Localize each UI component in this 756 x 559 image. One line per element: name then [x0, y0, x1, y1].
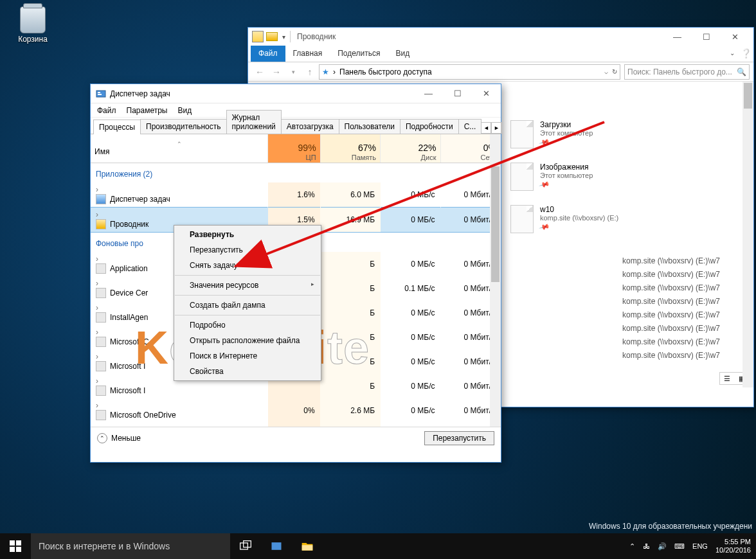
recent-item[interactable]: komp.site (\\vboxsrv) (E:)\w7 [622, 351, 720, 360]
tab-scroll-left[interactable]: ◄ [481, 122, 491, 134]
col-memory[interactable]: 67%Память [320, 134, 380, 163]
menu-item[interactable]: Снять задачу [174, 258, 321, 273]
fewer-details-button[interactable]: ⌃ Меньше [97, 433, 141, 443]
menu-item[interactable]: Значения ресурсов [174, 278, 321, 293]
file-icon [510, 205, 534, 233]
recent-item[interactable]: komp.site (\\vboxsrv) (E:)\w7 [622, 283, 720, 292]
address-bar[interactable]: ★ › Панель быстрого доступа ⌵↻ [319, 64, 620, 80]
refresh-icon[interactable]: ↻ [612, 68, 617, 75]
back-button[interactable]: ← [252, 64, 267, 80]
taskmgr-scrollbar[interactable] [490, 134, 501, 427]
explorer-titlebar[interactable]: ▾ Проводник — ☐ ✕ [248, 28, 753, 46]
menu-view[interactable]: Вид [177, 106, 192, 115]
tab-Автозагрузка[interactable]: Автозагрузка [281, 119, 339, 134]
address-dropdown-icon[interactable]: ⌵ [604, 68, 608, 75]
maximize-button[interactable]: ☐ [443, 84, 472, 103]
forward-button[interactable]: → [269, 64, 284, 80]
taskmgr-icon [96, 89, 106, 99]
col-disk[interactable]: 22%Диск [381, 134, 440, 163]
process-row[interactable]: Диспетчер задач 1.6% 6.0 МБ 0 МБ/с 0 Мби… [91, 182, 501, 208]
tab-Подробности[interactable]: Подробности [400, 119, 459, 134]
menu-item[interactable]: Перезапустить [174, 242, 321, 258]
language-indicator[interactable]: ENG [692, 542, 708, 550]
breadcrumb-location[interactable]: Панель быстрого доступа [339, 67, 432, 76]
tab-С...[interactable]: С... [458, 119, 482, 134]
network-icon[interactable]: 🖧 [643, 542, 650, 550]
close-button[interactable]: ✕ [472, 84, 501, 103]
process-row[interactable]: Microsoft Skype 0% 0.7 МБ 0 МБ/с 0 Мбит/… [91, 423, 501, 427]
menu-item[interactable]: Подробно [174, 317, 321, 333]
keyboard-icon[interactable]: ⌨ [674, 542, 685, 551]
recent-item[interactable]: komp.site (\\vboxsrv) (E:)\w7 [622, 324, 720, 333]
volume-icon[interactable]: 🔊 [658, 542, 667, 551]
svg-rect-6 [272, 542, 282, 550]
taskbar-search[interactable]: Поиск в интернете и в Windows [31, 533, 230, 559]
help-icon[interactable]: ❔ [738, 46, 753, 62]
pin-icon: 📌 [539, 136, 551, 148]
clock[interactable]: 5:55 PM 10/20/2016 [716, 538, 751, 555]
minimize-button[interactable]: — [663, 27, 692, 46]
tab-main[interactable]: Главная [285, 46, 330, 62]
tab-Процессы[interactable]: Процессы [93, 120, 141, 134]
menu-options[interactable]: Параметры [127, 106, 168, 115]
recycle-bin[interactable]: Корзина [10, 6, 55, 44]
taskbar-app-taskmgr[interactable] [261, 533, 292, 559]
menu-file[interactable]: Файл [97, 106, 116, 115]
start-button[interactable] [0, 533, 31, 559]
explorer-search[interactable]: Поиск: Панель быстрого до... 🔍 [624, 64, 750, 80]
recent-item[interactable]: komp.site (\\vboxsrv) (E:)\w7 [622, 256, 720, 265]
process-icon [96, 312, 106, 323]
recent-item[interactable]: komp.site (\\vboxsrv) (E:)\w7 [622, 270, 720, 279]
svg-rect-5 [244, 541, 251, 547]
menu-item[interactable]: Свойства [174, 364, 321, 379]
pinned-item[interactable]: w10komp.site (\\vboxsrv) (E:)📌 [510, 205, 618, 233]
quick-access-icon[interactable] [266, 32, 278, 41]
group-header: Приложения (2) [91, 163, 501, 182]
col-cpu[interactable]: 99%ЦП [268, 134, 320, 163]
tab-view[interactable]: Вид [388, 46, 417, 62]
task-view-button[interactable] [230, 533, 261, 559]
recent-item[interactable]: komp.site (\\vboxsrv) (E:)\w7 [622, 337, 720, 346]
view-details-button[interactable]: ☰ [720, 373, 734, 384]
qat-dropdown-icon[interactable]: ▾ [282, 33, 285, 40]
maximize-button[interactable]: ☐ [692, 27, 721, 46]
taskmgr-title: Диспетчер задач [110, 89, 170, 98]
menu-item[interactable]: Открыть расположение файла [174, 333, 321, 348]
recent-item[interactable]: komp.site (\\vboxsrv) (E:)\w7 [622, 310, 720, 319]
menu-item[interactable]: Поиск в Интернете [174, 348, 321, 364]
taskmgr-footer: ⌃ Меньше Перезапустить [91, 427, 501, 448]
menu-item[interactable]: Развернуть [174, 227, 321, 242]
tab-scroll-right[interactable]: ► [491, 122, 501, 134]
close-button[interactable]: ✕ [721, 27, 750, 46]
process-icon [96, 361, 106, 371]
tab-Пользователи[interactable]: Пользователи [339, 119, 401, 134]
restart-button[interactable]: Перезапустить [424, 431, 494, 445]
tab-Журнал приложений[interactable]: Журнал приложений [226, 110, 282, 134]
taskbar-app-explorer[interactable] [292, 533, 323, 559]
taskmgr-titlebar[interactable]: Диспетчер задач — ☐ ✕ [91, 84, 501, 103]
recycle-bin-icon [20, 6, 46, 33]
pin-icon: 📌 [539, 179, 551, 190]
up-button[interactable]: ↑ [302, 64, 318, 80]
process-icon [96, 288, 106, 298]
menu-item[interactable]: Создать файл дампа [174, 297, 321, 313]
process-icon [96, 386, 106, 396]
minimize-button[interactable]: — [414, 84, 443, 103]
process-icon [96, 263, 106, 274]
col-name[interactable]: ⌃Имя [91, 134, 268, 163]
pinned-item[interactable]: ЗагрузкиЭтот компьютер📌 [510, 120, 618, 148]
file-icon [510, 163, 534, 191]
ribbon-expand-icon[interactable]: ⌄ [726, 46, 738, 62]
recent-item[interactable]: komp.site (\\vboxsrv) (E:)\w7 [622, 297, 720, 306]
process-row[interactable]: Microsoft OneDrive 0% 2.6 МБ 0 МБ/с 0 Мб… [91, 398, 501, 423]
explorer-scrollbar[interactable] [742, 82, 753, 387]
pinned-item[interactable]: ИзображенияЭтот компьютер📌 [510, 163, 618, 191]
tab-share[interactable]: Поделиться [330, 46, 388, 62]
process-icon [96, 410, 106, 420]
tray-chevron-icon[interactable]: ⌃ [629, 542, 635, 551]
explorer-navbar: ← → ▾ ↑ ★ › Панель быстрого доступа ⌵↻ П… [248, 62, 753, 82]
tab-file[interactable]: Файл [251, 46, 285, 62]
tab-Производительность[interactable]: Производительность [140, 119, 226, 134]
svg-rect-7 [302, 545, 313, 550]
history-dropdown[interactable]: ▾ [285, 64, 301, 80]
